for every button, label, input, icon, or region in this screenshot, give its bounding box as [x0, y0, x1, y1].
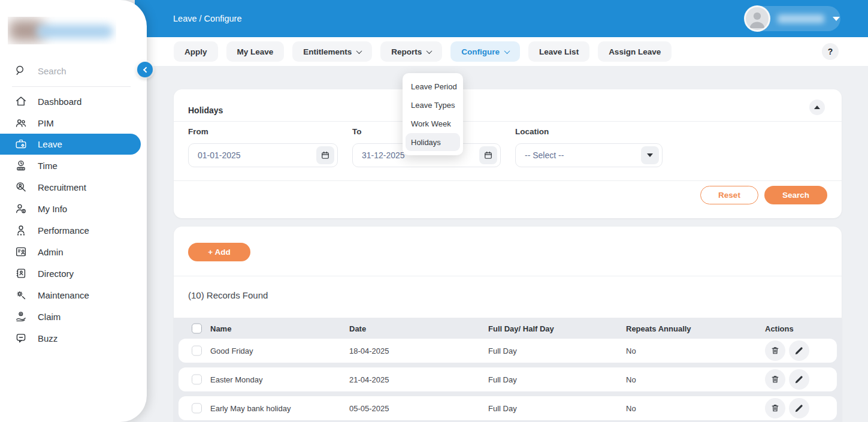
edit-button[interactable]: [789, 340, 809, 361]
select-arrow-button[interactable]: [641, 146, 659, 164]
sidebar-item-label: Claim: [38, 312, 61, 322]
edit-button[interactable]: [789, 369, 809, 390]
edit-button[interactable]: [789, 398, 809, 418]
table-row[interactable]: Easter Monday 21-04-2025 Full Day No: [179, 367, 837, 391]
location-label: Location: [515, 127, 663, 136]
tab-configure[interactable]: Configure: [450, 41, 520, 62]
location-field: Location -- Select --: [515, 127, 663, 167]
sidebar-item-pim[interactable]: PIM: [0, 112, 147, 134]
calendar-icon: [483, 150, 494, 161]
menu-item-leave-types[interactable]: Leave Types: [406, 96, 460, 114]
chevron-down-icon: [427, 48, 433, 54]
calendar-button[interactable]: [316, 146, 334, 164]
divider: [12, 86, 131, 87]
sidebar-item-label: Admin: [38, 247, 63, 257]
tab-label: Configure: [461, 47, 500, 56]
triangle-down-icon: [647, 153, 653, 157]
trash-icon: [770, 345, 781, 356]
sidebar-item-label: Performance: [38, 225, 89, 236]
tab-entitlements[interactable]: Entitlements: [292, 41, 372, 62]
column-header-date: Date: [349, 324, 366, 333]
from-date-input[interactable]: 01-01-2025: [188, 143, 338, 167]
sidebar-item-leave[interactable]: Leave: [0, 134, 141, 155]
sidebar-item-dashboard[interactable]: Dashboard: [0, 91, 147, 112]
sidebar-item-label: Maintenance: [38, 290, 89, 300]
delete-button[interactable]: [765, 340, 785, 361]
menu-item-leave-period[interactable]: Leave Period: [406, 77, 460, 95]
tab-apply[interactable]: Apply: [174, 41, 218, 62]
sidebar-item-admin[interactable]: Admin: [0, 241, 147, 263]
sidebar-search[interactable]: Search: [14, 64, 66, 77]
divider: [174, 276, 842, 276]
tab-reports[interactable]: Reports: [380, 41, 442, 62]
tab-label: Assign Leave: [609, 47, 661, 56]
sidebar-item-my-info[interactable]: My Info: [0, 198, 147, 219]
sidebar-item-directory[interactable]: Directory: [0, 263, 147, 284]
select-all-checkbox[interactable]: [192, 323, 202, 333]
maintenance-icon: [14, 288, 28, 302]
sidebar-item-performance[interactable]: Performance: [0, 219, 147, 241]
sidebar-menu: Dashboard PIM Leave Time Recruitment My …: [0, 91, 147, 349]
cell-date: 18-04-2025: [349, 346, 389, 355]
reset-button[interactable]: Reset: [700, 186, 758, 204]
filter-actions: Reset Search: [700, 186, 827, 204]
tab-label: Entitlements: [303, 47, 352, 56]
location-select[interactable]: -- Select --: [515, 143, 663, 167]
tab-leave-list[interactable]: Leave List: [528, 41, 589, 62]
triangle-up-icon: [814, 106, 820, 109]
cell-date: 21-04-2025: [349, 375, 389, 384]
breadcrumb: Leave / Configure: [173, 14, 241, 23]
search-icon: [14, 64, 28, 77]
cell-daytype: Full Day: [488, 375, 517, 384]
column-header-daytype: Full Day/ Half Day: [488, 324, 554, 333]
holidays-records-card: + Add (10) Records Found Name Date Full …: [174, 227, 842, 422]
sidebar-collapse-button[interactable]: [137, 62, 153, 77]
sidebar-item-recruitment[interactable]: Recruitment: [0, 176, 147, 198]
tab-label: Apply: [185, 47, 207, 56]
help-button[interactable]: ?: [822, 43, 839, 60]
sidebar-item-claim[interactable]: Claim: [0, 306, 147, 327]
cell-name: Easter Monday: [210, 375, 262, 384]
sidebar-item-buzz[interactable]: Buzz: [0, 327, 147, 349]
calendar-button[interactable]: [479, 146, 497, 164]
tab-assign-leave[interactable]: Assign Leave: [598, 41, 672, 62]
tab-my-leave[interactable]: My Leave: [226, 41, 285, 62]
add-button[interactable]: + Add: [188, 243, 250, 261]
menu-item-holidays[interactable]: Holidays: [406, 133, 460, 151]
search-button[interactable]: Search: [764, 186, 827, 204]
menu-item-work-week[interactable]: Work Week: [406, 114, 460, 132]
cell-date: 05-05-2025: [349, 404, 389, 413]
row-checkbox[interactable]: [192, 346, 202, 356]
column-header-repeats: Repeats Annually: [626, 324, 691, 333]
delete-button[interactable]: [765, 398, 785, 418]
table-row[interactable]: Good Friday 18-04-2025 Full Day No: [179, 339, 837, 363]
table-row[interactable]: Early May bank holiday 05-05-2025 Full D…: [179, 396, 837, 420]
records-count: (10) Records Found: [188, 290, 268, 300]
delete-button[interactable]: [765, 369, 785, 390]
divider: [174, 121, 842, 122]
collapse-panel-button[interactable]: [809, 100, 825, 115]
sidebar-item-label: My Info: [38, 204, 67, 214]
from-field: From 01-01-2025: [188, 127, 338, 167]
table-header-row: Name Date Full Day/ Half Day Repeats Ann…: [174, 318, 842, 339]
buzz-icon: [14, 331, 28, 345]
user-menu[interactable]: [745, 6, 840, 31]
sidebar-item-label: Directory: [38, 269, 74, 279]
cell-daytype: Full Day: [488, 346, 517, 355]
holidays-table: Name Date Full Day/ Half Day Repeats Ann…: [174, 318, 842, 422]
cell-repeats: No: [626, 346, 636, 355]
row-checkbox[interactable]: [192, 375, 202, 385]
sidebar-item-label: Recruitment: [38, 182, 86, 192]
calendar-icon: [320, 150, 331, 161]
cell-repeats: No: [626, 404, 636, 413]
cell-name: Early May bank holiday: [210, 404, 291, 413]
row-checkbox[interactable]: [192, 403, 202, 414]
from-label: From: [188, 127, 338, 136]
user-name-redacted: [778, 14, 824, 23]
search-placeholder: Search: [38, 66, 66, 76]
divider: [174, 180, 842, 181]
sidebar-item-maintenance[interactable]: Maintenance: [0, 284, 147, 306]
my-info-icon: [14, 202, 28, 215]
sidebar-item-time[interactable]: Time: [0, 155, 147, 176]
card-title: Holidays: [188, 106, 223, 115]
